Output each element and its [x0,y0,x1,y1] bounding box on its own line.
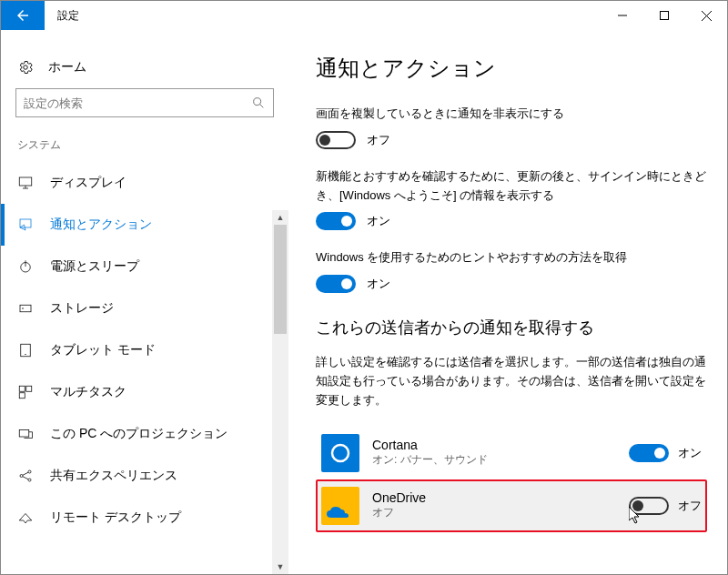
toggle-switch[interactable] [316,212,356,230]
sidebar-item-notifications[interactable]: 通知とアクション [1,204,288,246]
sidebar-item-label: ディスプレイ [50,175,126,191]
svg-rect-18 [19,393,25,398]
toggle-state-label: オフ [367,132,390,148]
svg-point-22 [28,479,31,481]
svg-line-23 [23,472,28,475]
sender-toggle-cortana[interactable]: オン [629,444,702,462]
svg-rect-19 [19,430,29,438]
svg-rect-16 [19,386,25,391]
toggle-switch[interactable] [629,444,669,462]
svg-line-5 [260,105,263,107]
toggle-switch[interactable] [316,275,356,293]
senders-heading: これらの送信者からの通知を取得する [316,317,707,338]
display-icon [17,175,34,191]
setting-label: Windows を使用するためのヒントやおすすめの方法を取得 [316,248,707,267]
senders-description: 詳しい設定を確認するには送信者を選択します。一部の送信者は独自の通知設定も行って… [316,353,707,409]
close-button[interactable] [685,1,727,30]
maximize-button[interactable] [643,1,685,30]
svg-point-21 [28,470,31,473]
sidebar-item-label: リモート デスクトップ [50,509,181,526]
toggle-state-label: オン [678,445,702,461]
main-panel: 通知とアクション 画面を複製しているときに通知を非表示にする オフ 新機能とおす… [288,30,727,574]
sidebar-item-display[interactable]: ディスプレイ [1,162,288,204]
sidebar-item-multitask[interactable]: マルチタスク [1,371,288,413]
svg-rect-6 [19,177,32,186]
minimize-button[interactable] [602,1,643,30]
arrow-left-icon [15,7,31,24]
sidebar-item-power[interactable]: 電源とスリープ [1,246,288,288]
scrollbar-thumb[interactable] [274,225,287,334]
setting-hide-on-duplicate: 画面を複製しているときに通知を非表示にする オフ [316,105,707,149]
remote-icon [17,509,34,526]
notifications-icon [17,217,34,233]
cortana-icon [321,434,359,472]
sidebar-item-remote[interactable]: リモート デスクトップ [1,497,288,539]
toggle-tips[interactable]: オン [316,275,707,293]
window-controls [602,1,727,30]
minimize-icon [618,11,627,20]
sender-sub: オフ [372,505,616,520]
search-input[interactable] [15,88,274,117]
setting-tips: Windows を使用するためのヒントやおすすめの方法を取得 オン [316,248,707,293]
window-title: 設定 [45,1,92,30]
sidebar-item-label: 電源とスリープ [50,258,139,275]
svg-point-4 [254,98,261,106]
toggle-switch[interactable] [316,131,356,149]
close-icon [702,11,712,21]
sidebar-item-label: ストレージ [50,300,114,317]
svg-rect-12 [20,305,31,312]
cursor-icon [629,507,643,525]
sidebar-item-label: タブレット モード [50,342,156,358]
sender-onedrive[interactable]: OneDrive オフ オフ [316,479,707,532]
svg-rect-1 [661,12,669,20]
toggle-welcome[interactable]: オン [316,212,707,230]
scroll-up-icon: ▲ [272,210,288,225]
back-button[interactable] [1,1,45,30]
svg-point-13 [22,308,24,309]
svg-point-20 [20,475,23,478]
svg-line-24 [23,477,28,479]
gear-icon [17,59,34,76]
search-icon [251,96,266,110]
sidebar-item-storage[interactable]: ストレージ [1,288,288,329]
toggle-hide-duplicate[interactable]: オフ [316,131,707,149]
sidebar-item-label: マルチタスク [50,384,126,400]
power-icon [17,258,34,275]
sidebar-item-label: この PC へのプロジェクション [50,426,228,442]
sender-cortana[interactable]: Cortana オン: バナー、サウンド オン [316,427,707,479]
home-label: ホーム [48,59,86,76]
home-link[interactable]: ホーム [1,54,288,88]
sidebar-scrollbar[interactable]: ▲ ▼ [272,210,288,574]
sender-sub: オン: バナー、サウンド [372,452,616,468]
sidebar-item-shared[interactable]: 共有エクスペリエンス [1,455,288,497]
toggle-state-label: オン [367,276,390,292]
setting-welcome: 新機能とおすすめを確認するために、更新の後と、サインイン時にときどき、[Wind… [316,167,707,231]
toggle-state-label: オン [367,213,390,229]
toggle-state-label: オフ [678,498,702,514]
storage-icon [17,300,34,317]
titlebar: 設定 [1,1,727,30]
projection-icon [17,426,34,442]
sidebar-item-label: 通知とアクション [50,217,152,233]
setting-label: 画面を複製しているときに通知を非表示にする [316,105,707,124]
tablet-icon [17,342,34,358]
multitask-icon [17,384,34,400]
onedrive-icon [321,487,359,525]
search-field[interactable] [24,96,251,110]
share-icon [17,468,34,484]
maximize-icon [660,11,669,20]
scroll-down-icon: ▼ [272,560,288,574]
sender-name: Cortana [372,438,616,452]
svg-point-25 [332,445,349,461]
sidebar: ホーム システム ディスプレイ 通知とアクション 電源とスリープ [1,30,288,574]
sidebar-item-projection[interactable]: この PC へのプロジェクション [1,413,288,455]
sidebar-item-label: 共有エクスペリエンス [50,468,177,484]
page-title: 通知とアクション [316,54,707,83]
setting-label: 新機能とおすすめを確認するために、更新の後と、サインイン時にときどき、[Wind… [316,167,707,206]
svg-rect-17 [26,386,32,391]
nav-list: ディスプレイ 通知とアクション 電源とスリープ ストレージ タブレット モード … [1,162,288,539]
category-label: システム [1,136,288,162]
sender-name: OneDrive [372,490,616,505]
sidebar-item-tablet[interactable]: タブレット モード [1,329,288,371]
